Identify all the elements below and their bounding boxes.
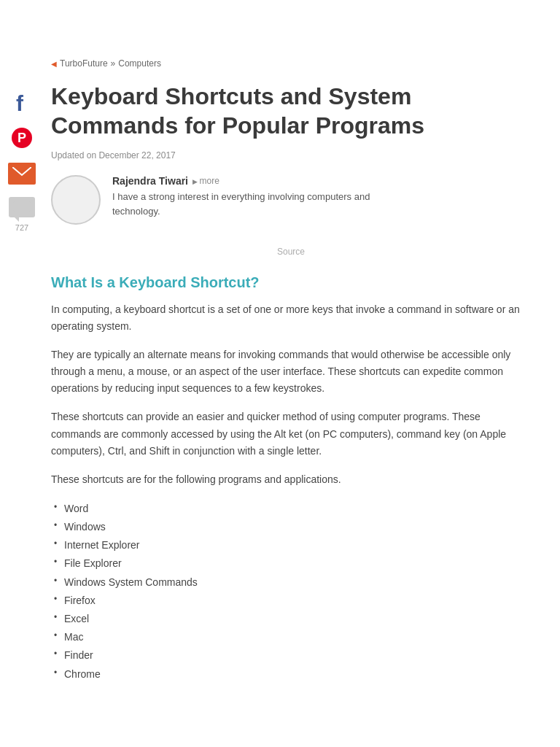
article-title: Keyboard Shortcuts and System Commands f… [51, 82, 531, 140]
list-item: Chrome [51, 665, 531, 684]
author-name: Rajendra Tiwari [112, 175, 188, 187]
author-bio: I have a strong interest in everything i… [112, 190, 389, 218]
paragraph-3: These shortcuts can provide an easier an… [51, 409, 531, 459]
svg-text:P: P [18, 131, 26, 145]
breadcrumb-section[interactable]: Computers [118, 58, 161, 69]
comment-section[interactable]: 727 [9, 197, 35, 232]
paragraph-4: These shortcuts are for the following pr… [51, 471, 531, 488]
program-list: WordWindowsInternet ExplorerFile Explore… [51, 500, 531, 684]
author-avatar [51, 175, 101, 225]
comment-icon [9, 197, 35, 217]
list-item: Firefox [51, 592, 531, 610]
comment-count: 727 [15, 223, 28, 232]
breadcrumb-arrow: ◀ [51, 60, 57, 68]
author-more-link[interactable]: more [192, 176, 219, 186]
list-item: Windows [51, 518, 531, 536]
facebook-button[interactable]: f [6, 88, 38, 120]
list-item: Word [51, 500, 531, 518]
paragraph-2: They are typically an alternate means fo… [51, 347, 531, 397]
social-sidebar: f P 727 [0, 88, 44, 232]
paragraph-1: In computing, a keyboard shortcut is a s… [51, 301, 531, 335]
main-content: ◀ TurboFuture » Computers Keyboard Short… [51, 0, 531, 684]
list-item: Internet Explorer [51, 536, 531, 554]
section-heading: What Is a Keyboard Shortcut? [51, 274, 531, 291]
author-info: Rajendra Tiwari more I have a strong int… [112, 175, 389, 218]
breadcrumb-separator: » [111, 58, 116, 69]
svg-rect-4 [13, 201, 31, 212]
source-label: Source [51, 247, 531, 257]
list-item: File Explorer [51, 554, 531, 573]
list-item: Finder [51, 646, 531, 665]
author-name-row: Rajendra Tiwari more [112, 175, 389, 187]
list-item: Mac [51, 628, 531, 646]
list-item: Excel [51, 610, 531, 628]
svg-text:f: f [16, 91, 24, 115]
author-section: Rajendra Tiwari more I have a strong int… [51, 175, 531, 225]
breadcrumb: ◀ TurboFuture » Computers [51, 58, 531, 69]
article-updated: Updated on December 22, 2017 [51, 150, 531, 160]
email-button[interactable] [6, 158, 38, 190]
pinterest-button[interactable]: P [6, 123, 38, 155]
svg-marker-5 [16, 212, 20, 213]
breadcrumb-site[interactable]: TurboFuture [60, 58, 108, 69]
list-item: Windows System Commands [51, 573, 531, 592]
